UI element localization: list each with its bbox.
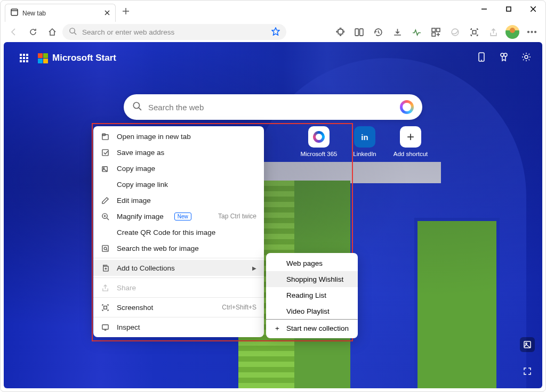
- performance-icon[interactable]: [407, 23, 426, 40]
- shortcut-add[interactable]: + Add shortcut: [396, 126, 425, 157]
- svg-rect-15: [436, 28, 439, 31]
- collections-submenu: Web pages Shopping Wishlist Reading List…: [266, 253, 358, 338]
- svg-rect-14: [432, 28, 435, 31]
- favorite-icon[interactable]: [271, 27, 280, 37]
- svg-line-35: [107, 218, 109, 220]
- downloads-icon[interactable]: [388, 23, 407, 40]
- more-icon[interactable]: [522, 23, 541, 40]
- page-icon: [11, 9, 18, 18]
- internet-explorer-icon[interactable]: [445, 23, 464, 40]
- svg-line-28: [139, 108, 141, 110]
- magnify-hint: Tap Ctrl twice: [218, 213, 256, 220]
- edit-icon: [101, 197, 109, 205]
- svg-point-33: [103, 167, 104, 168]
- submenu-web-pages[interactable]: Web pages: [266, 255, 358, 271]
- app-launcher-icon[interactable]: [20, 54, 28, 62]
- svg-point-21: [534, 31, 536, 33]
- maximize-button[interactable]: [496, 1, 521, 18]
- svg-rect-4: [11, 9, 18, 15]
- shortcut-m365[interactable]: Microsoft 365: [304, 126, 334, 157]
- ctx-share: Share: [93, 280, 264, 296]
- svg-point-27: [133, 102, 139, 108]
- rewards-icon[interactable]: [499, 52, 509, 64]
- visual-search-icon: [101, 244, 109, 252]
- history-icon[interactable]: [368, 23, 388, 40]
- svg-rect-42: [103, 306, 107, 309]
- split-screen-icon[interactable]: [349, 23, 368, 40]
- close-tab-icon[interactable]: [105, 10, 110, 17]
- submenu-video-playlist[interactable]: Video Playlist: [266, 303, 358, 319]
- minimize-button[interactable]: [472, 1, 496, 18]
- web-search-box[interactable]: Search the web: [124, 94, 422, 120]
- chevron-right-icon: ▶: [252, 265, 256, 271]
- collections-icon: [101, 264, 109, 272]
- new-badge: New: [174, 213, 191, 220]
- search-icon: [69, 27, 77, 37]
- ctx-open-image-new-tab[interactable]: Open image in new tab: [93, 128, 264, 144]
- ctx-inspect[interactable]: Inspect: [93, 319, 264, 335]
- ctx-edit-image[interactable]: Edit image: [93, 192, 264, 208]
- svg-point-24: [501, 53, 504, 56]
- svg-point-10: [70, 28, 75, 33]
- share-page-icon[interactable]: [484, 23, 503, 40]
- apps-icon[interactable]: [426, 23, 445, 40]
- back-button[interactable]: [5, 23, 23, 40]
- browser-tab[interactable]: New tab: [5, 4, 116, 22]
- submenu-start-new-collection[interactable]: +Start new collection: [266, 320, 358, 336]
- svg-point-39: [104, 247, 107, 250]
- svg-rect-38: [102, 245, 108, 251]
- submenu-reading-list[interactable]: Reading List: [266, 287, 358, 303]
- new-tab-button[interactable]: [118, 3, 134, 19]
- screenshot-tool-icon[interactable]: [464, 23, 484, 40]
- share-icon: [101, 284, 109, 292]
- extensions-icon[interactable]: [330, 23, 349, 40]
- submenu-shopping-wishlist[interactable]: Shopping Wishlist: [266, 271, 358, 287]
- ctx-save-image-as[interactable]: Save image as: [93, 144, 264, 160]
- svg-rect-16: [432, 32, 435, 36]
- address-bar[interactable]: Search or enter web address: [62, 24, 286, 40]
- plus-icon: +: [400, 126, 421, 148]
- copilot-icon[interactable]: [400, 100, 414, 114]
- svg-point-25: [504, 53, 507, 56]
- ctx-add-to-collections[interactable]: Add to Collections ▶: [93, 260, 264, 276]
- magnify-icon: [101, 213, 109, 220]
- ctx-search-web-image[interactable]: Search the web for image: [93, 240, 264, 256]
- svg-rect-12: [355, 29, 358, 36]
- content-area: Microsoft Start Search the web Microsoft…: [4, 42, 542, 388]
- svg-line-40: [106, 249, 107, 250]
- home-button[interactable]: [43, 23, 61, 40]
- svg-rect-31: [102, 149, 108, 155]
- ctx-copy-image-link[interactable]: Copy image link: [93, 176, 264, 192]
- svg-rect-43: [102, 324, 108, 329]
- profile-avatar[interactable]: [503, 23, 522, 40]
- copy-image-icon: [101, 165, 109, 173]
- mobile-icon[interactable]: [476, 52, 487, 64]
- ctx-screenshot[interactable]: Screenshot Ctrl+Shift+S: [93, 299, 264, 315]
- shortcut-linkedin[interactable]: in LinkedIn: [350, 126, 380, 157]
- edit-background-icon[interactable]: [520, 337, 535, 352]
- search-icon: [132, 101, 142, 113]
- refresh-button[interactable]: [24, 23, 42, 40]
- linkedin-icon: in: [354, 126, 375, 148]
- open-tab-icon: [101, 133, 109, 141]
- svg-point-20: [531, 31, 533, 33]
- close-window-button[interactable]: [521, 1, 545, 18]
- toolbar: Search or enter web address: [1, 22, 545, 42]
- ctx-magnify-image[interactable]: Magnify image New Tap Ctrl twice: [93, 208, 264, 224]
- expand-icon[interactable]: [520, 364, 535, 379]
- svg-point-45: [526, 343, 527, 345]
- tab-title: New tab: [22, 10, 46, 17]
- tab-bar: New tab: [1, 1, 545, 22]
- inspect-icon: [101, 323, 109, 331]
- ctx-copy-image[interactable]: Copy image: [93, 160, 264, 176]
- svg-rect-13: [359, 29, 363, 36]
- svg-point-19: [527, 31, 529, 33]
- svg-point-26: [525, 55, 528, 59]
- svg-line-11: [74, 32, 76, 35]
- settings-gear-icon[interactable]: [521, 52, 532, 64]
- m365-icon: [308, 126, 330, 148]
- svg-rect-1: [507, 7, 511, 11]
- ctx-create-qr[interactable]: Create QR Code for this image: [93, 224, 264, 240]
- microsoft-logo-icon: [38, 53, 48, 63]
- brand-title: Microsoft Start: [52, 53, 116, 63]
